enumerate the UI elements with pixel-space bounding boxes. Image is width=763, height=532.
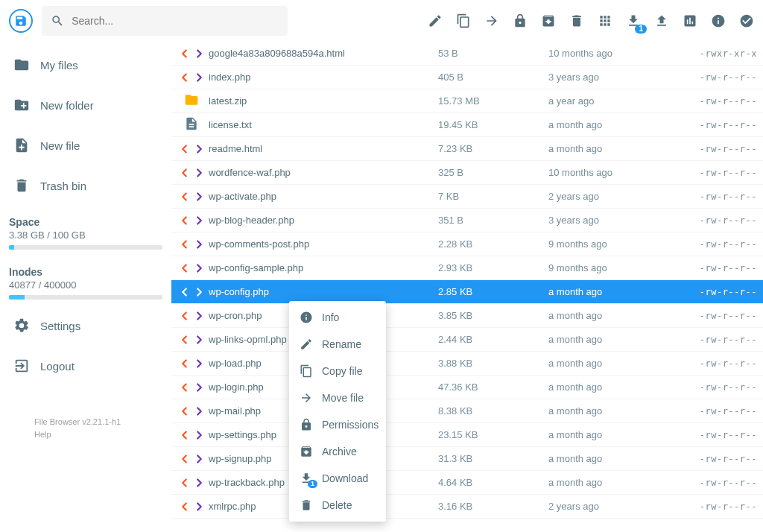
permissions-button[interactable] bbox=[513, 13, 528, 29]
ctx-copy[interactable]: Copy file bbox=[289, 358, 386, 384]
copy-icon bbox=[456, 13, 471, 28]
file-row[interactable]: wp-mail.php8.38 KBa month ago-rw-r--r-- bbox=[171, 399, 763, 423]
ctx-rename[interactable]: Rename bbox=[289, 331, 386, 358]
file-row[interactable]: license.txt19.45 KBa month ago-rw-r--r-- bbox=[171, 113, 763, 137]
file-row[interactable]: wp-config.php2.85 KBa month ago-rw-r--r-… bbox=[171, 280, 763, 304]
create-folder-icon bbox=[13, 97, 30, 113]
info-button[interactable] bbox=[711, 13, 726, 29]
file-permissions: -rw-r--r-- bbox=[653, 72, 757, 83]
file-row[interactable]: wp-load.php3.88 KBa month ago-rw-r--r-- bbox=[171, 352, 763, 376]
file-modified: a month ago bbox=[548, 405, 653, 417]
file-row[interactable]: index.php405 B3 years ago-rw-r--r-- bbox=[171, 66, 763, 89]
file-row[interactable]: wp-blog-header.php351 B3 years ago-rw-r-… bbox=[171, 209, 763, 232]
sidebar-my-files[interactable]: My files bbox=[0, 45, 171, 85]
credits-help[interactable]: Help bbox=[34, 428, 159, 441]
ctx-download[interactable]: Download1 bbox=[289, 465, 386, 492]
grid-view-button[interactable] bbox=[598, 13, 612, 29]
file-type-icon bbox=[182, 333, 201, 346]
upload-icon bbox=[654, 13, 669, 28]
file-row[interactable]: google4a83a809688a594a.html53 B10 months… bbox=[171, 42, 763, 66]
file-name: google4a83a809688a594a.html bbox=[201, 48, 438, 59]
file-type-icon bbox=[182, 357, 201, 370]
file-row[interactable]: wp-links-opml.php2.44 KBa month ago-rw-r… bbox=[171, 328, 763, 352]
file-size: 3.88 KB bbox=[438, 358, 548, 369]
file-permissions: -rw-r--r-- bbox=[653, 239, 757, 250]
file-row[interactable]: wordfence-waf.php325 B10 months ago-rw-r… bbox=[171, 161, 763, 185]
search-box[interactable] bbox=[42, 6, 288, 36]
file-type-icon bbox=[182, 142, 201, 156]
file-row[interactable]: wp-comments-post.php2.28 KB9 months ago-… bbox=[171, 232, 763, 256]
file-modified: 10 months ago bbox=[548, 167, 653, 178]
file-modified: a month ago bbox=[548, 119, 653, 130]
chart-icon bbox=[683, 13, 697, 28]
space-value: 3.38 GB / 100 GB bbox=[9, 229, 162, 241]
file-permissions: -rw-r--r-- bbox=[653, 358, 757, 369]
file-row[interactable]: wp-cron.php3.85 KBa month ago-rw-r--r-- bbox=[171, 304, 763, 328]
edit-button[interactable] bbox=[428, 13, 443, 29]
file-row[interactable]: wp-trackback.php4.64 KBa month ago-rw-r-… bbox=[171, 471, 763, 495]
file-row[interactable]: wp-signup.php31.3 KBa month ago-rw-r--r-… bbox=[171, 447, 763, 471]
file-size: 2.44 KB bbox=[438, 334, 548, 345]
sidebar-label: Trash bin bbox=[40, 180, 86, 192]
stats-button[interactable] bbox=[683, 13, 697, 29]
context-menu: Info Rename Copy file Move file Permissi… bbox=[289, 301, 386, 522]
sidebar-label: Logout bbox=[40, 360, 75, 373]
file-row[interactable]: wp-activate.php7 KB2 years ago-rw-r--r-- bbox=[171, 185, 763, 209]
file-permissions: -rw-r--r-- bbox=[653, 335, 757, 345]
ctx-delete[interactable]: Delete bbox=[289, 492, 386, 519]
upload-button[interactable] bbox=[654, 13, 669, 29]
ctx-label: Archive bbox=[322, 446, 357, 457]
file-row[interactable]: xmlrpc.php3.16 KB2 years ago-rw-r--r-- bbox=[171, 495, 763, 519]
file-modified: 10 months ago bbox=[548, 48, 653, 59]
header: 1 bbox=[0, 0, 763, 42]
file-row[interactable]: readme.html7.23 KBa month ago-rw-r--r-- bbox=[171, 137, 763, 161]
sidebar-new-folder[interactable]: New folder bbox=[0, 85, 171, 125]
file-name: latest.zip bbox=[201, 95, 438, 107]
space-bar bbox=[9, 245, 162, 250]
sidebar-trash[interactable]: Trash bin bbox=[0, 165, 171, 206]
file-row[interactable]: latest.zip15.73 MBa year ago-rw-r--r-- bbox=[171, 89, 763, 113]
search-input[interactable] bbox=[72, 15, 279, 27]
file-size: 325 B bbox=[438, 167, 548, 178]
file-name: wp-activate.php bbox=[201, 191, 438, 202]
file-size: 2.93 KB bbox=[438, 262, 548, 273]
logo[interactable] bbox=[9, 9, 33, 33]
pencil-icon bbox=[428, 13, 443, 28]
file-permissions: -rw-r--r-- bbox=[653, 168, 757, 178]
sidebar-logout[interactable]: Logout bbox=[0, 346, 171, 386]
inodes-bar bbox=[9, 295, 162, 300]
ctx-label: Delete bbox=[322, 499, 352, 511]
sidebar-new-file[interactable]: New file bbox=[0, 125, 171, 165]
file-row[interactable]: wp-login.php47.36 KBa month ago-rw-r--r-… bbox=[171, 376, 763, 399]
exit-icon bbox=[13, 358, 30, 374]
file-list[interactable]: google4a83a809688a594a.html53 B10 months… bbox=[171, 42, 763, 532]
download-badge: 1 bbox=[635, 25, 647, 34]
ctx-archive[interactable]: Archive bbox=[289, 438, 386, 465]
ctx-label: Permissions bbox=[322, 419, 379, 431]
sidebar-settings[interactable]: Settings bbox=[0, 305, 171, 346]
file-permissions: -rwxr-xr-x bbox=[653, 48, 757, 59]
space-label: Space bbox=[9, 216, 162, 228]
file-row[interactable]: wp-config-sample.php2.93 KB9 months ago-… bbox=[171, 256, 763, 280]
credits-version: File Browser v2.21.1-h1 bbox=[34, 416, 159, 428]
copy-button[interactable] bbox=[456, 13, 471, 29]
select-all-button[interactable] bbox=[739, 13, 754, 29]
ctx-info[interactable]: Info bbox=[289, 304, 386, 331]
file-size: 47.36 KB bbox=[438, 381, 548, 393]
file-permissions: -rw-r--r-- bbox=[653, 478, 757, 488]
file-name: index.php bbox=[201, 72, 438, 83]
file-row[interactable]: wp-settings.php23.15 KBa month ago-rw-r-… bbox=[171, 423, 763, 447]
ctx-move[interactable]: Move file bbox=[289, 384, 386, 411]
ctx-permissions[interactable]: Permissions bbox=[289, 411, 386, 438]
download-button[interactable]: 1 bbox=[626, 13, 641, 29]
lock-icon bbox=[513, 13, 528, 28]
check-circle-icon bbox=[739, 13, 754, 28]
trash-icon bbox=[569, 13, 584, 28]
archive-button[interactable] bbox=[541, 13, 556, 29]
file-size: 7.23 KB bbox=[438, 143, 548, 154]
file-name: wordfence-waf.php bbox=[201, 167, 438, 178]
file-modified: a month ago bbox=[548, 310, 653, 321]
move-button[interactable] bbox=[484, 13, 499, 29]
delete-button[interactable] bbox=[569, 13, 584, 29]
arrow-right-icon bbox=[300, 391, 313, 405]
